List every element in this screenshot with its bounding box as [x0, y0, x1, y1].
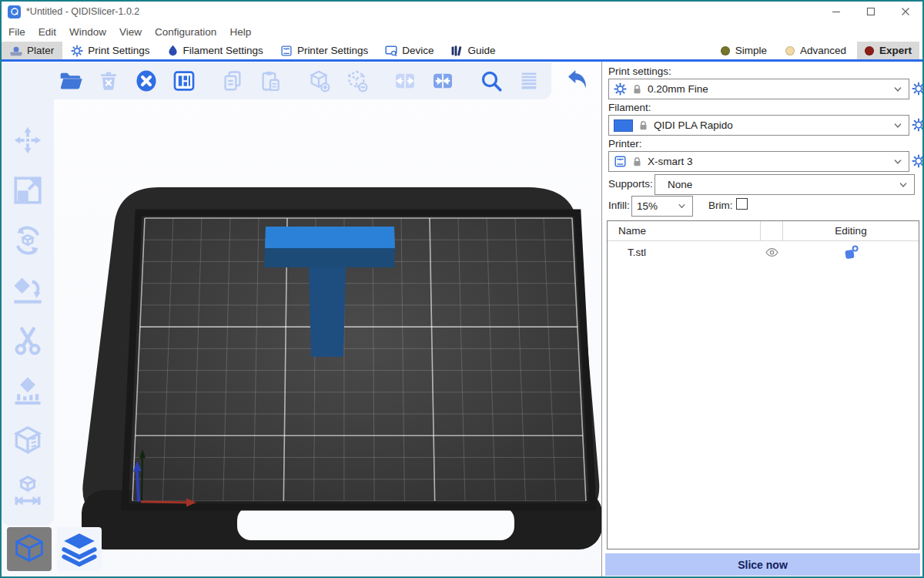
tab-label: Plater	[27, 45, 54, 56]
printer-gear-button[interactable]	[912, 154, 924, 168]
bed-handle-notch	[237, 506, 514, 540]
filament-select[interactable]: QIDI PLA Rapido	[608, 115, 909, 136]
window-title: *Untitled - QIDISlicer-1.0.2	[26, 6, 819, 17]
paste-icon[interactable]	[255, 66, 286, 96]
advanced-dot-icon	[785, 46, 795, 55]
menu-item-window[interactable]: Window	[69, 26, 106, 38]
mode-label: Simple	[735, 45, 767, 56]
printer-value: X-smart 3	[648, 156, 887, 167]
supports-select[interactable]: None	[654, 174, 915, 195]
filament-gear-button[interactable]	[912, 118, 924, 132]
object-list-header: Name Editing	[608, 221, 919, 241]
preview-layers-icon[interactable]	[57, 527, 102, 571]
supports-label: Supports:	[608, 178, 653, 190]
editor-view-icon[interactable]	[7, 527, 52, 571]
minimize-icon[interactable]	[819, 2, 853, 22]
split-to-objects-icon[interactable]	[390, 66, 420, 96]
tab-bar: Plater Print Settings Filament Settings …	[2, 42, 922, 62]
mode-expert[interactable]: Expert	[857, 42, 919, 59]
top-toolbar	[55, 66, 601, 96]
infill-select[interactable]: 15%	[631, 196, 693, 217]
lock-icon	[631, 156, 643, 167]
maximize-icon[interactable]	[853, 2, 888, 22]
gear-icon	[614, 82, 627, 96]
infill-label: Infill:	[608, 200, 630, 212]
print-bed-scene	[2, 62, 601, 576]
undo-icon[interactable]	[562, 66, 593, 96]
mode-switcher: Simple Advanced Expert	[713, 42, 922, 59]
delete-all-icon[interactable]	[131, 66, 162, 96]
expert-dot-icon	[865, 46, 874, 55]
tab-guide[interactable]: Guide	[442, 42, 504, 59]
printer-icon	[614, 155, 627, 168]
tab-filament-settings[interactable]: Filament Settings	[159, 42, 272, 59]
tab-label: Device	[402, 45, 434, 56]
tab-plater[interactable]: Plater	[2, 42, 62, 59]
lock-icon	[631, 83, 643, 95]
filament-label: Filament:	[608, 102, 651, 114]
chevron-down-icon	[892, 83, 904, 96]
cut-icon[interactable]	[8, 322, 47, 359]
gear-icon	[71, 45, 83, 57]
brim-checkbox[interactable]	[736, 198, 748, 210]
menu-item-view[interactable]: View	[119, 26, 142, 38]
search-icon[interactable]	[476, 66, 507, 96]
chevron-down-icon	[892, 156, 904, 168]
device-icon	[385, 45, 397, 57]
brim-label: Brim:	[708, 200, 733, 212]
mode-label: Advanced	[800, 45, 846, 56]
printer-select[interactable]: X-smart 3	[608, 151, 909, 172]
move-icon[interactable]	[8, 122, 47, 159]
settings-panel: Print settings: 0.20mm Fine Filament: QI…	[602, 62, 922, 576]
tab-printer-settings[interactable]: Printer Settings	[272, 42, 377, 59]
menu-item-file[interactable]: File	[8, 26, 25, 38]
window-controls	[819, 2, 922, 22]
add-instance-icon[interactable]	[303, 66, 334, 96]
arrange-icon[interactable]	[169, 66, 199, 96]
close-icon[interactable]	[888, 2, 922, 22]
measure-icon[interactable]	[8, 472, 47, 509]
open-icon[interactable]	[55, 66, 86, 96]
eye-icon[interactable]	[760, 245, 783, 260]
left-toolbar	[8, 122, 47, 509]
tab-label: Filament Settings	[183, 45, 263, 56]
menu-item-configuration[interactable]: Configuration	[155, 26, 216, 38]
edit-object-icon[interactable]	[783, 244, 919, 260]
object-list: Name Editing T.stl	[607, 220, 919, 549]
printer-icon	[280, 45, 293, 57]
guide-icon	[450, 45, 463, 57]
chevron-down-icon	[676, 200, 688, 212]
mode-simple[interactable]: Simple	[713, 42, 775, 59]
supports-value: None	[668, 179, 892, 190]
filament-color-swatch	[614, 119, 633, 132]
print-settings-gear-button[interactable]	[912, 82, 924, 96]
plater-icon	[10, 45, 22, 57]
seam-painting-icon[interactable]	[8, 422, 47, 459]
paint-supports-icon[interactable]	[8, 372, 47, 409]
filament-icon	[167, 45, 179, 56]
copy-icon[interactable]	[217, 66, 248, 96]
column-visibility	[760, 221, 783, 240]
tab-print-settings[interactable]: Print Settings	[62, 42, 158, 59]
menu-item-help[interactable]: Help	[229, 26, 251, 38]
view-switcher	[7, 527, 102, 571]
app-window: *Untitled - QIDISlicer-1.0.2 File Edit W…	[0, 0, 924, 578]
variable-layer-height-icon[interactable]	[514, 66, 544, 96]
slice-now-button[interactable]: Slice now	[605, 553, 920, 576]
tab-device[interactable]: Device	[377, 42, 442, 59]
infill-value: 15%	[637, 200, 671, 212]
tab-label: Printer Settings	[297, 45, 368, 56]
delete-icon[interactable]	[93, 66, 124, 96]
menu-item-edit[interactable]: Edit	[38, 26, 56, 38]
viewport-3d[interactable]	[2, 62, 601, 576]
mode-advanced[interactable]: Advanced	[778, 42, 854, 59]
remove-instance-icon[interactable]	[341, 66, 372, 96]
main-area: Print settings: 0.20mm Fine Filament: QI…	[2, 62, 922, 576]
scale-icon[interactable]	[8, 172, 47, 209]
print-settings-label: Print settings:	[608, 66, 671, 78]
place-on-face-icon[interactable]	[8, 272, 47, 309]
table-row[interactable]: T.stl	[608, 241, 919, 263]
print-settings-select[interactable]: 0.20mm Fine	[608, 79, 909, 99]
split-to-parts-icon[interactable]	[427, 66, 458, 96]
rotate-icon[interactable]	[8, 222, 47, 259]
